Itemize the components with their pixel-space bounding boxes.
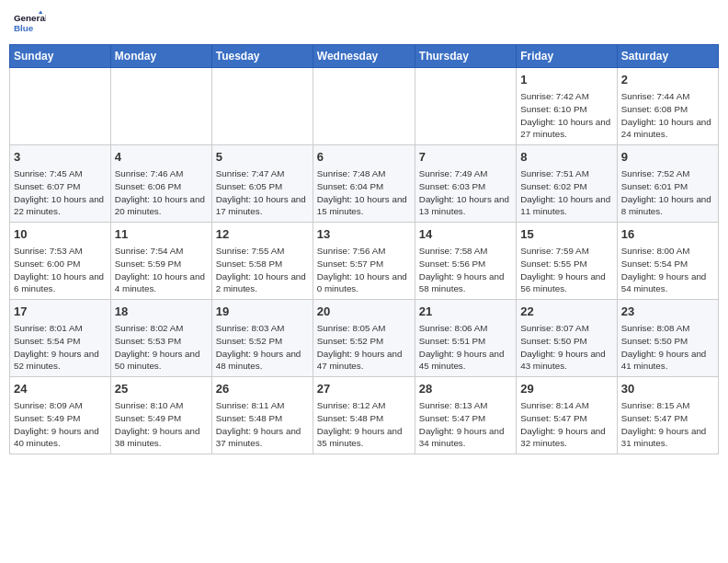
day-number: 28	[419, 381, 512, 397]
svg-text:Blue: Blue	[14, 23, 34, 33]
calendar-body: 1Sunrise: 7:42 AMSunset: 6:10 PMDaylight…	[10, 68, 719, 454]
calendar-week-row: 24Sunrise: 8:09 AMSunset: 5:49 PMDayligh…	[10, 377, 719, 454]
day-number: 17	[14, 304, 107, 320]
day-info: Sunrise: 8:07 AMSunset: 5:50 PMDaylight:…	[520, 322, 613, 373]
calendar-cell: 28Sunrise: 8:13 AMSunset: 5:47 PMDayligh…	[415, 377, 516, 454]
day-info: Sunrise: 8:13 AMSunset: 5:47 PMDaylight:…	[419, 399, 512, 450]
day-number: 27	[317, 381, 411, 397]
day-number: 16	[621, 226, 714, 243]
day-info: Sunrise: 8:00 AMSunset: 5:54 PMDaylight:…	[621, 245, 714, 295]
calendar-cell: 13Sunrise: 7:56 AMSunset: 5:57 PMDayligh…	[313, 223, 415, 300]
day-info: Sunrise: 7:44 AMSunset: 6:08 PMDaylight:…	[621, 90, 714, 141]
day-number: 29	[520, 381, 613, 397]
day-info: Sunrise: 8:10 AMSunset: 5:49 PMDaylight:…	[115, 399, 208, 450]
day-number: 30	[621, 381, 714, 397]
calendar-cell: 20Sunrise: 8:05 AMSunset: 5:52 PMDayligh…	[313, 300, 415, 377]
calendar-cell: 23Sunrise: 8:08 AMSunset: 5:50 PMDayligh…	[617, 300, 718, 377]
calendar-cell: 17Sunrise: 8:01 AMSunset: 5:54 PMDayligh…	[10, 300, 111, 377]
day-info: Sunrise: 8:12 AMSunset: 5:48 PMDaylight:…	[317, 399, 411, 450]
calendar-cell: 10Sunrise: 7:53 AMSunset: 6:00 PMDayligh…	[10, 223, 111, 300]
logo-svg: General Blue	[13, 9, 46, 37]
calendar-table: SundayMondayTuesdayWednesdayThursdayFrid…	[9, 44, 719, 454]
logo: General Blue	[13, 9, 46, 37]
day-info: Sunrise: 8:08 AMSunset: 5:50 PMDaylight:…	[621, 322, 714, 373]
calendar-cell: 22Sunrise: 8:07 AMSunset: 5:50 PMDayligh…	[517, 300, 618, 377]
day-info: Sunrise: 7:45 AMSunset: 6:07 PMDaylight:…	[14, 167, 107, 218]
day-info: Sunrise: 7:48 AMSunset: 6:04 PMDaylight:…	[317, 167, 411, 218]
day-number: 23	[621, 304, 714, 320]
calendar-cell	[10, 68, 111, 145]
day-info: Sunrise: 7:42 AMSunset: 6:10 PMDaylight:…	[520, 90, 613, 141]
day-info: Sunrise: 8:11 AMSunset: 5:48 PMDaylight:…	[216, 399, 309, 450]
calendar-cell: 1Sunrise: 7:42 AMSunset: 6:10 PMDaylight…	[517, 68, 618, 145]
day-info: Sunrise: 7:56 AMSunset: 5:57 PMDaylight:…	[317, 245, 411, 295]
calendar-week-row: 10Sunrise: 7:53 AMSunset: 6:00 PMDayligh…	[10, 223, 719, 300]
calendar-cell: 5Sunrise: 7:47 AMSunset: 6:05 PMDaylight…	[211, 145, 313, 223]
day-info: Sunrise: 7:58 AMSunset: 5:56 PMDaylight:…	[419, 245, 512, 295]
calendar-cell: 21Sunrise: 8:06 AMSunset: 5:51 PMDayligh…	[415, 300, 516, 377]
calendar-cell: 14Sunrise: 7:58 AMSunset: 5:56 PMDayligh…	[415, 223, 516, 300]
day-number: 26	[216, 381, 309, 397]
day-info: Sunrise: 7:55 AMSunset: 5:58 PMDaylight:…	[216, 245, 309, 295]
day-of-week-header: Tuesday	[211, 45, 313, 68]
day-of-week-header: Thursday	[415, 45, 516, 68]
calendar-cell: 15Sunrise: 7:59 AMSunset: 5:55 PMDayligh…	[517, 223, 618, 300]
day-number: 7	[419, 149, 512, 166]
calendar-week-row: 17Sunrise: 8:01 AMSunset: 5:54 PMDayligh…	[10, 300, 719, 377]
day-number: 2	[621, 72, 714, 88]
day-info: Sunrise: 7:53 AMSunset: 6:00 PMDaylight:…	[14, 245, 107, 295]
day-info: Sunrise: 8:14 AMSunset: 5:47 PMDaylight:…	[520, 399, 613, 450]
day-of-week-header: Monday	[110, 45, 211, 68]
calendar-cell: 18Sunrise: 8:02 AMSunset: 5:53 PMDayligh…	[110, 300, 211, 377]
day-number: 25	[115, 381, 208, 397]
calendar-cell: 7Sunrise: 7:49 AMSunset: 6:03 PMDaylight…	[415, 145, 516, 223]
day-number: 4	[115, 149, 208, 166]
day-number: 6	[317, 149, 411, 166]
calendar-cell: 27Sunrise: 8:12 AMSunset: 5:48 PMDayligh…	[313, 377, 415, 454]
day-number: 1	[520, 72, 613, 88]
calendar-header: SundayMondayTuesdayWednesdayThursdayFrid…	[10, 45, 719, 68]
calendar-cell: 25Sunrise: 8:10 AMSunset: 5:49 PMDayligh…	[110, 377, 211, 454]
calendar-cell: 6Sunrise: 7:48 AMSunset: 6:04 PMDaylight…	[313, 145, 415, 223]
day-info: Sunrise: 8:06 AMSunset: 5:51 PMDaylight:…	[419, 322, 512, 373]
calendar-cell: 19Sunrise: 8:03 AMSunset: 5:52 PMDayligh…	[211, 300, 313, 377]
calendar-week-row: 1Sunrise: 7:42 AMSunset: 6:10 PMDaylight…	[10, 68, 719, 145]
day-info: Sunrise: 7:52 AMSunset: 6:01 PMDaylight:…	[621, 167, 714, 218]
svg-text:General: General	[14, 13, 46, 23]
day-info: Sunrise: 8:02 AMSunset: 5:53 PMDaylight:…	[115, 322, 208, 373]
day-info: Sunrise: 7:54 AMSunset: 5:59 PMDaylight:…	[115, 245, 208, 295]
day-of-week-header: Sunday	[10, 45, 111, 68]
calendar-cell: 8Sunrise: 7:51 AMSunset: 6:02 PMDaylight…	[517, 145, 618, 223]
calendar-cell	[313, 68, 415, 145]
day-number: 13	[317, 226, 411, 243]
day-number: 11	[115, 226, 208, 243]
day-number: 5	[216, 149, 309, 166]
day-info: Sunrise: 7:49 AMSunset: 6:03 PMDaylight:…	[419, 167, 512, 218]
calendar-cell	[110, 68, 211, 145]
day-number: 8	[520, 149, 613, 166]
day-number: 15	[520, 226, 613, 243]
calendar-cell: 26Sunrise: 8:11 AMSunset: 5:48 PMDayligh…	[211, 377, 313, 454]
day-number: 19	[216, 304, 309, 320]
calendar-cell: 9Sunrise: 7:52 AMSunset: 6:01 PMDaylight…	[617, 145, 718, 223]
day-number: 9	[621, 149, 714, 166]
day-info: Sunrise: 7:46 AMSunset: 6:06 PMDaylight:…	[115, 167, 208, 218]
day-info: Sunrise: 7:59 AMSunset: 5:55 PMDaylight:…	[520, 245, 613, 295]
day-info: Sunrise: 8:05 AMSunset: 5:52 PMDaylight:…	[317, 322, 411, 373]
calendar-cell: 12Sunrise: 7:55 AMSunset: 5:58 PMDayligh…	[211, 223, 313, 300]
day-of-week-header: Friday	[517, 45, 618, 68]
day-info: Sunrise: 7:47 AMSunset: 6:05 PMDaylight:…	[216, 167, 309, 218]
day-info: Sunrise: 7:51 AMSunset: 6:02 PMDaylight:…	[520, 167, 613, 218]
day-number: 14	[419, 226, 512, 243]
header-row: SundayMondayTuesdayWednesdayThursdayFrid…	[10, 45, 719, 68]
calendar-cell: 4Sunrise: 7:46 AMSunset: 6:06 PMDaylight…	[110, 145, 211, 223]
day-number: 20	[317, 304, 411, 320]
page-header: General Blue	[9, 9, 719, 37]
calendar-cell: 30Sunrise: 8:15 AMSunset: 5:47 PMDayligh…	[617, 377, 718, 454]
calendar-cell: 11Sunrise: 7:54 AMSunset: 5:59 PMDayligh…	[110, 223, 211, 300]
day-number: 3	[14, 149, 107, 166]
day-number: 10	[14, 226, 107, 243]
day-of-week-header: Saturday	[617, 45, 718, 68]
day-info: Sunrise: 8:15 AMSunset: 5:47 PMDaylight:…	[621, 399, 714, 450]
calendar-cell	[211, 68, 313, 145]
